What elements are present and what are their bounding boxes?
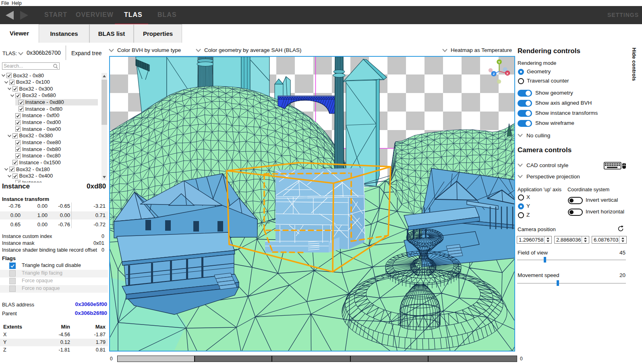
- svg-text:X: X: [506, 72, 509, 75]
- svg-text:Z: Z: [493, 72, 495, 76]
- svg-text:Y: Y: [498, 60, 501, 64]
